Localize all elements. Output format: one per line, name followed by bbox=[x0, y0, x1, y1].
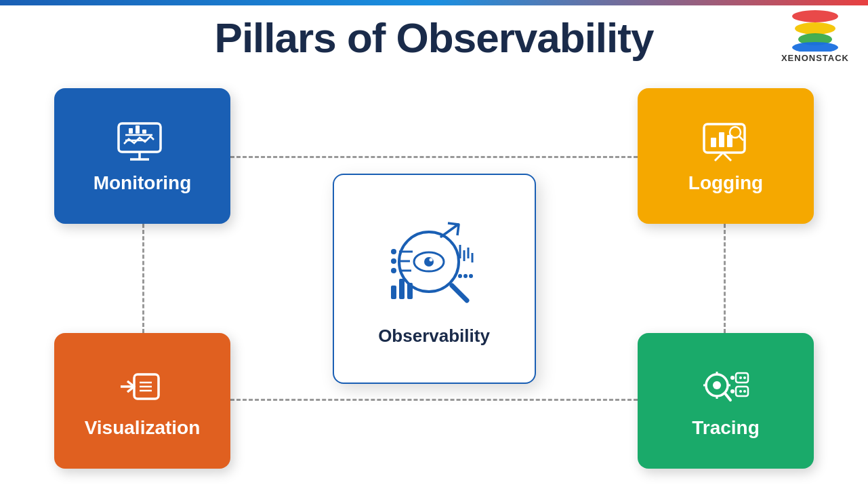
svg-line-44 bbox=[452, 286, 467, 300]
svg-rect-8 bbox=[136, 125, 140, 134]
connector-bottom-h bbox=[230, 399, 638, 401]
logo-stack-icon bbox=[791, 9, 840, 50]
observability-icon bbox=[380, 211, 489, 316]
svg-line-45 bbox=[441, 224, 458, 237]
visualization-label: Visualization bbox=[85, 417, 201, 439]
svg-point-38 bbox=[730, 376, 735, 380]
svg-point-59 bbox=[458, 274, 462, 278]
diagram-container: Monitoring Logging bbox=[54, 88, 814, 469]
svg-point-53 bbox=[391, 268, 396, 273]
visualization-card: Visualization bbox=[54, 333, 230, 469]
logging-icon bbox=[699, 121, 753, 165]
svg-rect-48 bbox=[407, 283, 413, 299]
monitoring-icon bbox=[115, 121, 169, 165]
tracing-icon bbox=[695, 366, 756, 410]
tracing-card: Tracing bbox=[638, 333, 814, 469]
svg-point-51 bbox=[391, 258, 396, 264]
svg-point-60 bbox=[463, 274, 468, 278]
page-title: Pillars of Observability bbox=[0, 14, 868, 62]
svg-point-35 bbox=[743, 376, 746, 379]
monitoring-label: Monitoring bbox=[94, 172, 192, 194]
brand-name: XENONSTACK bbox=[781, 53, 849, 63]
svg-point-61 bbox=[469, 274, 473, 278]
svg-rect-47 bbox=[399, 279, 405, 299]
svg-point-43 bbox=[429, 258, 432, 261]
svg-line-19 bbox=[723, 153, 731, 161]
connector-left-v bbox=[142, 224, 144, 333]
center-observability-card: Observability bbox=[333, 174, 536, 384]
svg-rect-9 bbox=[142, 130, 146, 134]
svg-rect-7 bbox=[129, 128, 133, 134]
svg-point-49 bbox=[391, 249, 396, 254]
svg-rect-14 bbox=[719, 132, 724, 147]
svg-point-16 bbox=[730, 127, 741, 138]
svg-point-39 bbox=[730, 389, 735, 393]
monitoring-card: Monitoring bbox=[54, 88, 230, 224]
brand-logo: XENONSTACK bbox=[781, 9, 849, 63]
svg-rect-13 bbox=[711, 138, 716, 147]
svg-rect-46 bbox=[391, 286, 396, 299]
svg-point-26 bbox=[713, 381, 721, 389]
logging-card: Logging bbox=[638, 88, 814, 224]
svg-line-17 bbox=[739, 136, 743, 140]
visualization-icon bbox=[115, 366, 169, 410]
connector-right-v bbox=[724, 224, 726, 333]
connector-top-h bbox=[230, 156, 638, 158]
observability-label: Observability bbox=[378, 326, 490, 347]
svg-point-0 bbox=[792, 10, 838, 22]
logging-label: Logging bbox=[688, 172, 763, 194]
svg-point-37 bbox=[743, 390, 746, 393]
top-bar bbox=[0, 0, 868, 5]
svg-point-34 bbox=[739, 376, 742, 379]
tracing-label: Tracing bbox=[692, 417, 760, 439]
svg-point-3 bbox=[792, 42, 838, 52]
svg-line-31 bbox=[725, 393, 730, 400]
svg-point-36 bbox=[739, 390, 742, 393]
svg-point-42 bbox=[424, 257, 434, 267]
svg-point-1 bbox=[795, 22, 835, 35]
svg-line-18 bbox=[715, 153, 723, 161]
